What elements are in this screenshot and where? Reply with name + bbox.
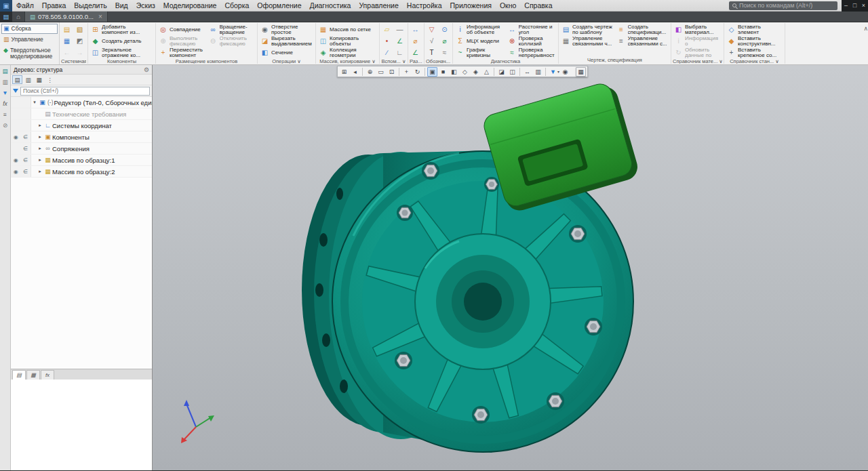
axis-button[interactable]: ∕ [381,47,393,58]
menu-item[interactable]: Файл [12,1,38,10]
undo-button[interactable]: ← [61,47,73,58]
panel-filter-icon[interactable]: ▼ [1,88,9,97]
preview-button[interactable]: ◩ [74,35,85,47]
bottom-tab-fx[interactable]: fx [41,370,54,380]
create-part-button[interactable]: ◆Создать деталь [90,35,154,47]
zoom-area-icon[interactable]: ▭ [376,67,386,77]
line-button[interactable]: — [394,24,406,35]
point-button[interactable]: • [381,35,393,47]
menu-item[interactable]: Оформление [253,1,305,10]
collision-check-button[interactable]: ⊗Проверка коллизий [507,35,557,47]
panel-secondary-icon[interactable]: ▥ [1,77,9,86]
datum-button[interactable]: ▽ [426,24,437,35]
rotation-rotation-button[interactable]: ∞Вращение-вращение [208,24,256,35]
mate-icon[interactable]: ∈ [21,146,31,152]
close-icon[interactable]: × [859,0,868,12]
minimize-icon[interactable]: – [842,0,850,12]
create-specification-button[interactable]: ≡Создать спецификаци... [616,24,670,35]
mode-management[interactable]: ▥Управление [1,35,58,45]
perspective-icon[interactable]: △ [481,67,492,77]
add-component-button[interactable]: ⊞Добавить компонент из... [90,24,154,35]
tree-row-components[interactable]: ◉∈▸▣Компоненты [11,131,152,143]
ribbon-group-label[interactable]: Диагностика [454,58,557,64]
menu-item[interactable]: Настройка [403,1,446,10]
plane-button[interactable]: ▱ [381,24,393,35]
gearbox-model[interactable] [153,65,866,470]
save-button[interactable]: ▦ [61,35,73,47]
angle-button[interactable]: ∠ [394,35,406,47]
create-drawing-button[interactable]: ▤Создать чертеж по шаблону [560,24,614,35]
select-material-button[interactable]: ◧Выбрать материал... [673,24,722,35]
mass-properties-button[interactable]: ΣМЦХ модели [454,35,505,47]
viewport[interactable]: ⊞◂⊕▭⊡+↻▣■◧◇◈△◪◫↔▥▼▾◉▦ [153,65,868,470]
panel-fx-icon[interactable]: fx [1,99,9,108]
wave-mark-button[interactable]: ≈ [439,47,450,58]
tab-close-icon[interactable]: × [98,13,102,20]
ribbon-group-label[interactable]: Компоненты [90,58,154,64]
mate-icon[interactable]: ∈ [21,157,31,163]
menu-item[interactable]: Диагностика [306,1,355,10]
visibility-icon[interactable]: ◉ [560,67,570,77]
expander-icon[interactable]: ▾ [31,100,38,105]
menu-item[interactable]: Выделить [70,1,111,10]
expander-icon[interactable]: ▸ [37,157,43,163]
tree-view-groups-icon[interactable]: ▦ [34,75,44,84]
tolerance-button[interactable]: ⌀ [439,35,450,47]
orientation-icon[interactable]: ▣ [427,67,437,77]
section-button[interactable]: ◧Сечение [259,47,314,58]
expander-icon[interactable]: ▸ [37,146,43,151]
center-mark-button[interactable]: ⊙ [439,24,450,35]
redo-button[interactable]: → [74,47,85,58]
mate-icon[interactable]: ∈ [21,169,31,175]
curvature-graph-button[interactable]: ~График кривизны [454,47,505,58]
ribbon-group-label[interactable]: Массив, копирование ∨ [317,58,378,64]
section-view-icon[interactable]: ◪ [496,67,507,77]
angle-dimension-button[interactable]: ∠ [410,47,421,58]
expander-icon[interactable]: ▸ [37,134,43,140]
tree-row-pattern-2[interactable]: ◉∈▸▦Массив по образцу:2 [11,166,152,178]
unfix-component-button[interactable]: ⊖Отключить фиксацию [208,35,256,47]
copy-objects-button[interactable]: ◫Копировать объекты [317,35,378,47]
object-info-button[interactable]: iИнформация об объекте [454,24,505,35]
panel-menu-icon[interactable]: ≡ [1,110,9,119]
mode-assembly[interactable]: ▣Сборка [1,24,58,34]
zones-icon[interactable]: ◫ [507,67,517,77]
ribbon-group-label[interactable]: Вспом... ∨ [381,58,406,64]
zoom-in-icon[interactable]: ⊕ [365,67,375,77]
menu-item[interactable]: Окно [496,1,520,10]
menu-item[interactable]: Моделирование [159,1,221,10]
update-material-button[interactable]: ↻Обновить данные по мат... [673,47,722,58]
menu-item[interactable]: Управление [355,1,402,10]
bottom-tab-structure[interactable]: ▦ [26,370,40,380]
linked-specifications-button[interactable]: ≡Управление связанными с... [616,35,670,47]
tree-search-input[interactable] [20,87,150,96]
tree-row-assembly[interactable]: ▾▣(-)Редуктор (Тел-0, Сборочных единиц [11,97,152,108]
material-info-button[interactable]: iИнформация о материале... [673,35,722,47]
shaded-icon[interactable]: ■ [438,67,448,77]
linked-drawings-button[interactable]: ▦Управление связанными ч... [560,35,614,47]
insert-element-button[interactable]: ◇Вставить элемент [726,24,783,35]
linear-dimension-button[interactable]: ↔ [410,24,421,35]
ribbon-group-label[interactable]: Раз... ∨ [410,58,422,64]
back-view-icon[interactable]: ◂ [350,67,360,77]
expander-icon[interactable]: ▸ [37,169,43,174]
mirror-components-button[interactable]: ◫Зеркальное отражение ко... [90,47,154,58]
open-doc-button[interactable]: ▧ [74,24,85,35]
expander-icon[interactable]: ▸ [37,123,43,128]
command-search-input[interactable] [739,2,834,9]
ribbon-group-label[interactable]: Системная ∨ [61,58,86,64]
simple-hole-button[interactable]: ◉Отверстие простое [259,24,314,35]
home-icon[interactable]: ⌂ [12,12,24,22]
document-tab[interactable]: ▤ 078.505.9.0100.0... × [24,12,108,22]
bottom-tab-tree[interactable]: ▤ [12,370,26,380]
visibility-eye-icon[interactable]: ◉ [11,134,21,140]
geometry-collection-button[interactable]: ◈Коллекция геометрии [317,47,378,58]
restore-icon[interactable]: □ [850,0,859,12]
new-doc-button[interactable]: ▤ [61,24,73,35]
diameter-dimension-button[interactable]: ⌀ [410,35,421,47]
zoom-fit-icon[interactable]: ⊡ [387,67,397,77]
local-csys-button[interactable]: ∟ [394,47,406,58]
app-menu-icon[interactable]: ▤ [0,12,12,22]
ribbon-group-label[interactable]: Размещение компонентов [157,58,256,64]
panel-structure-icon[interactable]: ▤ [1,66,9,75]
